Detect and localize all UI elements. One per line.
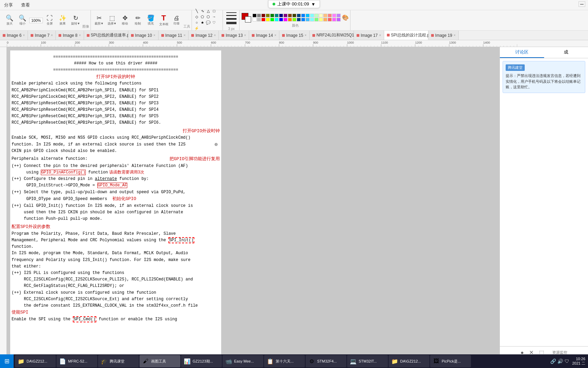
tab-nrf[interactable]: NRF24L01和W25Q128芯片速率对比.png × [310, 31, 354, 40]
taskbar-item-2[interactable]: 🎓 腾讯课堂 [98, 355, 139, 367]
taskbar-item-9[interactable]: 📁 DA\GZ212... [389, 355, 429, 367]
color-green[interactable] [270, 14, 274, 17]
color-black[interactable] [252, 14, 257, 17]
color-row2-c14[interactable] [310, 18, 314, 21]
color-orange[interactable] [288, 18, 292, 21]
background-color[interactable] [245, 16, 251, 22]
start-button[interactable]: ⊞ [0, 354, 14, 368]
shape-star5[interactable]: ★ [200, 20, 205, 26]
color-row2-c20[interactable] [337, 18, 341, 21]
color-row2-c16[interactable] [319, 18, 323, 21]
tab-image8[interactable]: Image 8 × [56, 31, 84, 40]
tab-close-9[interactable]: × [305, 33, 307, 37]
timer-dropdown-icon[interactable]: ▼ [311, 2, 315, 7]
taskbar-item-8[interactable]: 💻 STM32IT... [347, 355, 388, 367]
tab-close-0[interactable]: × [23, 33, 25, 37]
color-brown[interactable] [288, 14, 292, 17]
tab-image13[interactable]: Image 13 × [219, 31, 249, 40]
shape-callout[interactable]: 💬 [206, 20, 211, 26]
taskbar-item-0[interactable]: 📁 DA\GZ212... [15, 355, 56, 367]
tab-image19[interactable]: Image 19 × [428, 31, 459, 40]
shape-rect[interactable]: □ [211, 9, 217, 14]
color-white[interactable] [252, 18, 257, 21]
color-row2-c18[interactable] [328, 18, 332, 21]
rotate-button[interactable]: ↻ 旋转▼ [69, 12, 82, 29]
color-silver[interactable] [257, 18, 261, 21]
color-lightsalmon[interactable] [328, 14, 332, 17]
shape-diamond[interactable]: ◇ [194, 15, 199, 20]
zoom-in-button[interactable]: 🔍 放大 [3, 12, 16, 29]
shape-heart[interactable]: ♡ [211, 20, 217, 26]
color-violet[interactable] [332, 14, 336, 17]
tray-volume-icon[interactable]: 🔊 [557, 358, 563, 364]
color-blue2[interactable] [279, 18, 283, 21]
shape-pentagon[interactable]: ⬠ [200, 15, 205, 20]
shape-hex[interactable]: ⬡ [206, 15, 211, 20]
color-row2-c11[interactable] [297, 18, 301, 21]
color-row2-c15[interactable] [314, 18, 318, 21]
tray-antivirus-icon[interactable]: 🛡 [565, 358, 569, 364]
tab-image17[interactable]: Image 17 × [354, 31, 384, 40]
tab-close-5[interactable]: × [184, 33, 186, 37]
fill-button[interactable]: 🪣 填充 [145, 12, 157, 29]
tab-discussion[interactable]: 讨论区 [500, 47, 544, 58]
text-button[interactable]: T 文本框 [158, 12, 170, 29]
tab-close-4[interactable]: × [153, 33, 156, 37]
color-lightgreen[interactable] [314, 14, 318, 17]
tab-image14[interactable]: Image 14 × [249, 31, 279, 40]
taskbar-item-10[interactable]: 🖼 PicPick是... [430, 355, 471, 367]
tab-close-7[interactable]: × [244, 33, 246, 37]
color-picker-area[interactable] [242, 13, 251, 22]
tray-network-icon[interactable]: 🔗 [550, 358, 556, 364]
crop-button[interactable]: ✂ 裁剪▼ [93, 12, 105, 29]
tab-close-11[interactable]: × [379, 33, 381, 37]
size-selector[interactable] [225, 10, 238, 26]
zoom-out-button[interactable]: 🔍 缩小 [16, 12, 29, 29]
taskbar-item-1[interactable]: 📄 MFRC-52... [56, 355, 97, 367]
color-red[interactable] [261, 18, 265, 21]
color-row2-c17[interactable] [323, 18, 327, 21]
color-blue[interactable] [301, 14, 305, 17]
tab-close-8[interactable]: × [274, 33, 276, 37]
tab-spi-design[interactable]: SPI总线的设计流程.png × [384, 31, 428, 40]
canvas-area[interactable]: ========================================… [7, 47, 500, 358]
tab-image7[interactable]: Image 7 × [28, 31, 56, 40]
tab-image11[interactable]: Image 11 × [159, 31, 189, 40]
size-4px[interactable] [226, 22, 236, 24]
tab-image10[interactable]: Image 10 × [128, 31, 159, 40]
taskbar-item-7[interactable]: ⚙ STM32F4... [306, 355, 346, 367]
color-darkolive[interactable] [292, 14, 296, 17]
zoom-value-display[interactable]: 100% [29, 18, 43, 23]
tab-close-2[interactable]: × [79, 33, 81, 37]
tab-image15[interactable]: Image 15 × [279, 31, 310, 40]
menu-share[interactable]: 分享 [3, 1, 14, 9]
color-lightyellow[interactable] [319, 14, 323, 17]
color-lime[interactable] [270, 18, 274, 21]
color-darkblue[interactable] [297, 14, 301, 17]
class-timer[interactable]: 上课中 00:01:09 ▼ [268, 0, 320, 8]
taskbar-clock[interactable]: 10:26 2021 二 [572, 357, 585, 366]
color-purple[interactable] [283, 14, 288, 17]
draw-button[interactable]: ✏ 绘制 [132, 12, 144, 29]
tab-image6[interactable]: Image 6 × [0, 31, 28, 40]
taskbar-item-4[interactable]: 📊 GZ2123期... [181, 355, 222, 367]
effects-button[interactable]: ✨ 效果 [56, 12, 69, 29]
tab-image12[interactable]: Image 12 × [189, 31, 219, 40]
color-cyan[interactable] [275, 18, 279, 21]
tab-other[interactable]: 成 [544, 47, 588, 58]
color-row2-c19[interactable] [332, 18, 336, 21]
shape-arrow[interactable]: → [211, 15, 217, 20]
color-lavender[interactable] [337, 14, 341, 17]
size-2px[interactable] [226, 15, 236, 16]
color-darkred[interactable] [261, 14, 265, 17]
taskbar-item-3[interactable]: 🖌 画图工具 [140, 355, 180, 367]
move-button[interactable]: ✥ 移动 [119, 12, 131, 29]
color-yellow[interactable] [266, 18, 270, 21]
tab-close-13[interactable]: × [454, 33, 456, 37]
select-button[interactable]: ⬚ 选择▼ [106, 12, 118, 29]
color-row2-c12[interactable] [301, 18, 305, 21]
color-picker-button[interactable]: 🎨 [342, 14, 349, 21]
tab-close-1[interactable]: × [51, 33, 53, 37]
color-teal[interactable] [275, 14, 279, 17]
shape-ellipse[interactable]: ○ [194, 20, 199, 26]
